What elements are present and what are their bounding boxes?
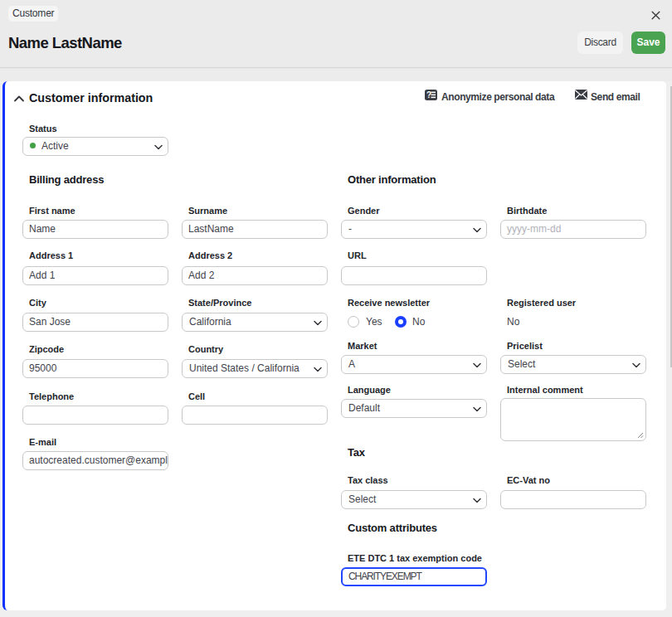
svg-text:?: ? [426,90,431,100]
